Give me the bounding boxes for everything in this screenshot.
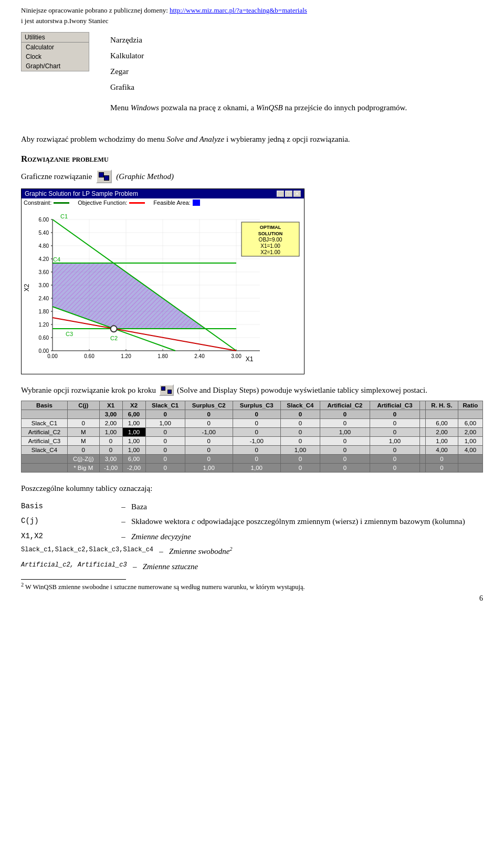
close-button[interactable]: ✕: [293, 191, 301, 197]
td-ac3-5: 0: [370, 455, 419, 464]
th2-sc4: 0: [280, 410, 320, 419]
td-empty-1: [420, 419, 426, 428]
solve-steps-text: Wybranie opcji rozwiązanie krok po kroku…: [21, 384, 483, 396]
kv-val-artificial: Zmienne sztuczne: [143, 559, 483, 574]
notice-text1: Niniejsze opracowanie pobrano z publiczn…: [21, 6, 170, 14]
td-cj-5: C(j)-Z(j): [67, 455, 99, 464]
graph-legend: Constraint: Objective Function: Feasible…: [22, 198, 304, 207]
th-surplus-c2: Surplus_C2: [185, 401, 233, 410]
td-sc2-1: 0: [185, 419, 233, 428]
graphic-method-line: Graficzne rozwiązanie (Graphic Method): [21, 170, 483, 183]
td-basis-2: Artificial_C2: [22, 428, 68, 437]
th2-x2-val: 6,00: [122, 410, 145, 419]
notice-link[interactable]: http://www.miz.marc.pl/?a=teaching&b=mat…: [170, 6, 307, 14]
kv-key-x1x2: X1,X2: [21, 529, 116, 544]
minimize-button[interactable]: _: [277, 191, 284, 197]
top-notice: Niniejsze opracowanie pobrano z publiczn…: [21, 5, 483, 26]
table-header-row2: 3,00 6,00 0 0 0 0 0 0: [22, 410, 483, 419]
svg-text:1.20: 1.20: [39, 322, 49, 328]
kv-row-artificial: Artificial_c2, Artificial_c3 – Zmienne s…: [21, 559, 483, 574]
th2-basis: [22, 410, 68, 419]
td-rhs-4: 4,00: [426, 446, 458, 455]
td-empty-4: [420, 446, 426, 455]
td-sc1-2: 0: [145, 428, 185, 437]
section-heading-text: Rozwiązanie problemu: [21, 154, 109, 164]
icon-inner2: [104, 175, 109, 181]
td-ratio-4: 4,00: [458, 446, 482, 455]
kv-key-basis: Basis: [21, 499, 116, 515]
td-cj-6: * Big M: [67, 464, 99, 473]
objective-line-color: [129, 202, 145, 204]
td-cj-3: M: [67, 437, 99, 446]
icon-s1: [161, 386, 165, 391]
graph-svg: X2 X1 0.00 0.60 1.20: [24, 209, 302, 372]
th2-sc2: 0: [185, 410, 233, 419]
td-x2-1: 1,00: [122, 419, 145, 428]
c1-label: C1: [60, 213, 68, 219]
td-sc2-4: 0: [185, 446, 233, 455]
td-ac3-4: 0: [370, 446, 419, 455]
table-row: Slack_C1 0 2,00 1,00 1,00 0 0 0 0 0 6,00…: [22, 419, 483, 428]
td-sc2-6: 1,00: [185, 464, 233, 473]
td-rhs-6: 0: [426, 464, 458, 473]
graph-title: Graphic Solution for LP Sample Problem: [25, 190, 138, 197]
legend-objective: Objective Function:: [78, 200, 145, 206]
th-cj: C(j): [67, 401, 99, 410]
menu-title: Utilities: [25, 34, 45, 41]
svg-text:0.60: 0.60: [39, 335, 49, 341]
td-empty-2: [420, 428, 426, 437]
constraint-line-color: [54, 202, 69, 204]
optimal-label: OPTIMAL: [260, 225, 281, 230]
maximize-button[interactable]: □: [285, 191, 292, 197]
th-surplus-c3: Surplus_C3: [233, 401, 280, 410]
th-art-c3: Artificial_C3: [370, 401, 419, 410]
svg-text:4.80: 4.80: [39, 243, 49, 249]
svg-text:0.00: 0.00: [47, 353, 58, 359]
kv-val-slack: Zmienne swobodne2: [169, 544, 483, 559]
td-sc4-3: 0: [280, 437, 320, 446]
kv-val-basis: Baza: [131, 499, 483, 515]
th2-ratio: [458, 410, 482, 419]
footnote-divider: [21, 579, 126, 580]
graphic-method-label: Graficzne rozwiązanie: [21, 172, 92, 181]
x-axis-label: X1: [246, 355, 254, 363]
menu-item-calculator[interactable]: Calculator: [22, 43, 89, 52]
c4-label: C4: [53, 256, 60, 263]
graph-container: Graphic Solution for LP Sample Problem _…: [21, 188, 304, 374]
th2-ac2: 0: [320, 410, 370, 419]
solve-steps-text1: Wybranie opcji rozwiązanie krok po kroku: [21, 384, 156, 396]
td-sc4-6: 0: [280, 464, 320, 473]
svg-text:1.80: 1.80: [158, 353, 168, 359]
legend-constraint: Constraint:: [24, 200, 69, 206]
menu-item-clock[interactable]: Clock: [22, 52, 89, 61]
th-slack-c1: Slack_C1: [145, 401, 185, 410]
th2-sc1: 0: [145, 410, 185, 419]
th2-ac3: 0: [370, 410, 419, 419]
graphic-method-icon: [96, 170, 112, 183]
section-heading: Rozwiązanie problemu: [21, 154, 483, 164]
kv-dash-basis: –: [116, 499, 131, 515]
menu-item-graph[interactable]: Graph/Chart: [22, 61, 89, 71]
optimal-solution-label: SOLUTION: [258, 231, 283, 236]
th2-empty: [420, 410, 426, 419]
menu-section: Utilities Calculator Clock Graph/Chart N…: [21, 32, 483, 122]
optimal-x1: X1=1.00: [260, 243, 280, 249]
td-ac3-2: 0: [370, 428, 419, 437]
narzedzia-item-0: Kalkulator: [110, 51, 144, 60]
svg-text:3.60: 3.60: [39, 269, 49, 275]
graph-titlebar-buttons: _ □ ✕: [277, 191, 301, 197]
kv-title: Poszczególne kolumny tablicy oznaczają:: [21, 481, 483, 496]
th-art-c2: Artificial_C2: [320, 401, 370, 410]
narzedzia-label: Narzędzia: [110, 36, 142, 44]
td-rhs-5: 0: [426, 455, 458, 464]
footnote: 2 W WinQSB zmienne swobodne i sztuczne n…: [21, 582, 483, 591]
svg-text:3.00: 3.00: [231, 353, 242, 359]
svg-text:1.20: 1.20: [121, 353, 131, 359]
kv-key-slack: Slack_c1,Slack_c2,Slack_c3,Slack_c4: [21, 544, 153, 559]
td-ac3-6: 0: [370, 464, 419, 473]
graph-titlebar: Graphic Solution for LP Sample Problem _…: [22, 189, 304, 198]
kv-row-cj: C(j) – Składowe wektora c odpowiadające …: [21, 514, 483, 529]
optimal-obj: OBJ=9.00: [259, 237, 282, 243]
td-sc2-5: 0: [185, 455, 233, 464]
kv-section: Poszczególne kolumny tablicy oznaczają: …: [21, 481, 483, 574]
